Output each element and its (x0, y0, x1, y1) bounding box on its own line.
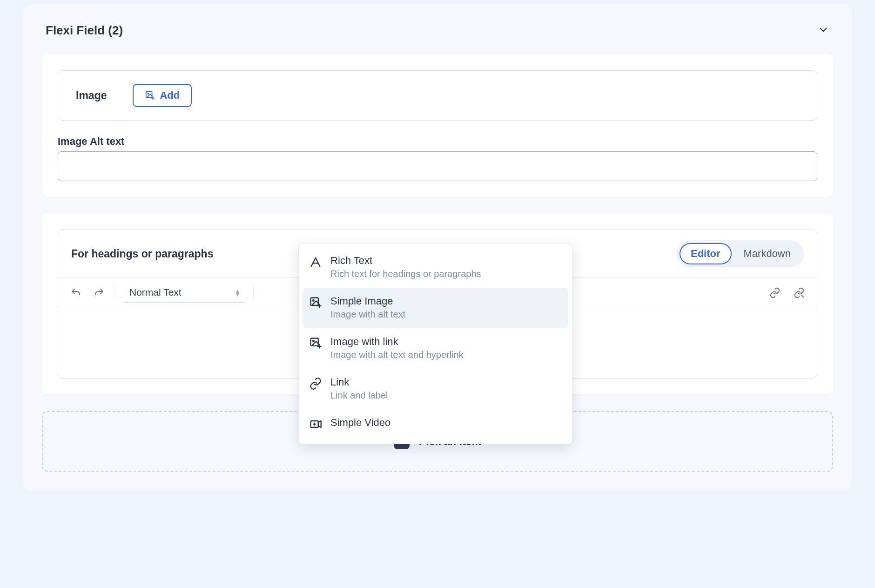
link-icon (309, 377, 323, 391)
popup-item-simple-video[interactable]: Simple Video (303, 409, 568, 440)
tab-markdown[interactable]: Markdown (734, 244, 801, 264)
popup-item-link[interactable]: Link Link and label (303, 369, 568, 409)
toolbar-separator (253, 285, 254, 300)
redo-icon (94, 287, 105, 298)
undo-icon (70, 287, 81, 298)
link-icon (769, 287, 781, 298)
popup-item-desc: Link and label (330, 390, 388, 401)
image-card: Image Add Image Alt text (42, 54, 833, 197)
panel-header: Flexi Field (2) (42, 23, 833, 54)
image-add-icon (309, 337, 323, 351)
svg-point-1 (148, 93, 149, 94)
image-label: Image (76, 89, 107, 102)
popup-item-desc: Image with alt text (330, 309, 405, 320)
updown-icon: ▴▾ (236, 289, 239, 296)
popup-item-title: Image with link (330, 336, 464, 348)
popup-item-title: Rich Text (330, 255, 481, 267)
popup-item-title: Simple Video (330, 417, 390, 429)
popup-item-title: Simple Image (330, 295, 405, 307)
format-select-label: Normal Text (129, 287, 182, 298)
item-picker-popup: Rich Text Rich text for headings or para… (298, 243, 572, 444)
image-field-row: Image Add (58, 70, 817, 121)
unlink-icon (794, 287, 805, 298)
redo-button[interactable] (89, 283, 109, 303)
alt-text-input[interactable] (58, 151, 817, 181)
unlink-button[interactable] (789, 283, 809, 303)
format-select[interactable]: Normal Text ▴▾ (124, 283, 245, 303)
font-icon (309, 256, 323, 270)
svg-point-7 (313, 300, 314, 301)
popup-item-image-with-link[interactable]: Image with link Image with alt text and … (303, 328, 568, 369)
video-icon (309, 418, 323, 432)
popup-item-title: Link (330, 376, 388, 388)
popup-item-rich-text[interactable]: Rich Text Rich text for headings or para… (303, 247, 568, 288)
popup-item-desc: Rich text for headings or paragraphs (330, 269, 481, 279)
undo-button[interactable] (66, 283, 86, 303)
image-add-icon (145, 90, 155, 101)
image-add-icon (309, 296, 323, 310)
editor-mode-toggle: Editor Markdown (677, 240, 804, 267)
panel-title: Flexi Field (2) (46, 23, 123, 38)
toolbar-right (765, 283, 809, 303)
item-picker-list[interactable]: Rich Text Rich text for headings or para… (303, 247, 568, 440)
popup-item-desc: Image with alt text and hyperlink (330, 350, 464, 360)
toolbar-separator (115, 285, 115, 300)
chevron-down-icon (817, 24, 829, 36)
svg-marker-15 (318, 421, 321, 427)
add-image-button[interactable]: Add (133, 84, 192, 107)
alt-text-label: Image Alt text (58, 135, 817, 148)
svg-point-11 (313, 340, 314, 342)
popup-item-simple-image[interactable]: Simple Image Image with alt text (303, 288, 568, 328)
svg-line-4 (801, 295, 804, 297)
add-button-label: Add (160, 89, 180, 101)
editor-heading: For headings or paragraphs (71, 248, 213, 260)
tab-editor[interactable]: Editor (680, 243, 732, 264)
link-button[interactable] (765, 283, 785, 303)
collapse-toggle[interactable] (817, 24, 829, 38)
